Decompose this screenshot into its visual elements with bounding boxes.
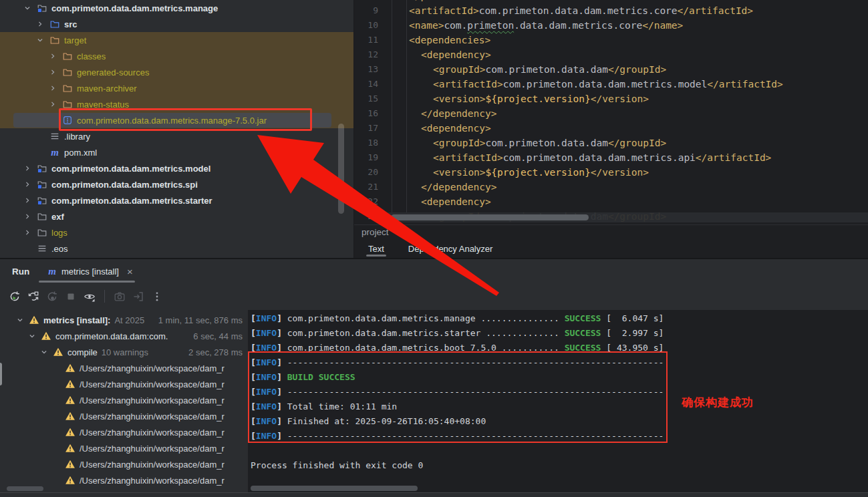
chevron-icon[interactable] xyxy=(33,19,47,29)
run-tree-row[interactable]: /Users/zhanghuixin/workspace/dam_r xyxy=(0,376,247,392)
chevron-icon[interactable] xyxy=(20,180,35,189)
toolwindow-stripe-indicator xyxy=(0,363,2,385)
chevron-icon[interactable] xyxy=(33,35,47,45)
project-tree-row[interactable]: com.primeton.data.dam.metrics.manage-7.5… xyxy=(0,112,353,128)
chevron-icon[interactable] xyxy=(20,3,35,13)
run-tree-row[interactable]: /Users/zhanghuixin/workspace/dam_r xyxy=(0,424,247,440)
tree-item-label: .eos xyxy=(49,244,68,254)
active-tab-underline xyxy=(39,281,135,283)
breadcrumb[interactable]: project xyxy=(354,224,868,239)
run-node-label: compile xyxy=(65,347,98,357)
code-line: 16</dependency> xyxy=(354,106,868,121)
warning-icon xyxy=(63,379,78,389)
project-tree-row[interactable]: com.primeton.data.dam.metrics.starter xyxy=(0,192,353,208)
close-icon[interactable]: × xyxy=(127,266,133,277)
editor-hscrollbar-thumb[interactable] xyxy=(391,214,589,220)
code-text: <artifactId>com.primeton.data.dam.metric… xyxy=(433,150,771,165)
tree-item-label: maven-archiver xyxy=(75,84,137,94)
console-line: [INFO] ---------------------------------… xyxy=(251,385,868,399)
tree-item-label: .library xyxy=(62,132,90,142)
tab-dependency-analyzer[interactable]: Dependency Analyzer xyxy=(401,239,500,258)
run-console: [INFO] com.primeton.data.dam.metrics.man… xyxy=(248,310,868,497)
file-lines-icon xyxy=(35,243,49,254)
console-hscrollbar-thumb[interactable] xyxy=(251,486,418,491)
run-tree-row[interactable]: /Users/zhanghuixin/workspace/dam_r xyxy=(0,360,247,376)
run-tree-hscrollbar-thumb[interactable] xyxy=(7,486,43,491)
resume-button[interactable] xyxy=(45,290,59,303)
project-tree-row[interactable]: com.primeton.data.dam.metrics.spi xyxy=(0,176,353,192)
project-tree-row[interactable]: maven-archiver xyxy=(0,80,353,96)
stop-button[interactable] xyxy=(64,290,78,303)
tree-item-label: pom.xml xyxy=(62,148,97,158)
console-line: [INFO] ---------------------------------… xyxy=(251,429,868,444)
warning-icon xyxy=(63,363,78,373)
run-node-label: com.primeton.data.dam:com. xyxy=(53,331,168,341)
editor-panel[interactable]: 8</parent>9<artifactId>com.primeton.data… xyxy=(354,0,868,224)
tree-item-label: maven-status xyxy=(75,100,129,110)
chevron-icon[interactable] xyxy=(45,51,60,61)
run-node-duration: 2 sec, 278 ms xyxy=(183,347,243,357)
tab-text[interactable]: Text xyxy=(361,239,392,258)
run-tab-label: metrics [install] xyxy=(61,267,119,277)
code-line: 15<version>${project.version}</version> xyxy=(354,92,868,106)
module-icon xyxy=(35,179,49,190)
run-tool-window: Run m metrics [install] × metrics [insta… xyxy=(0,258,868,497)
chevron-icon[interactable] xyxy=(20,196,35,205)
project-tree-vscrollbar-thumb[interactable] xyxy=(338,124,344,214)
run-tree-row[interactable]: /Users/zhanghuixin/workspace/dam_r xyxy=(0,408,247,424)
chevron-icon[interactable] xyxy=(20,212,35,221)
breadcrumb-tag[interactable]: project xyxy=(361,227,389,237)
run-tree-row[interactable]: /Users/zhanghuixin/workspace/dam_r xyxy=(0,440,247,456)
run-tree-row[interactable]: /Users/zhanghuixin/workspace/dam_r xyxy=(0,392,247,408)
chevron-icon[interactable] xyxy=(45,100,60,109)
folder-icon xyxy=(35,211,49,222)
project-tree-row[interactable]: classes xyxy=(0,48,353,64)
warning-icon xyxy=(63,459,78,470)
warning-icon xyxy=(39,331,53,341)
project-tree-row[interactable]: maven-status xyxy=(0,96,353,112)
line-number: 19 xyxy=(354,150,378,165)
chevron-icon[interactable] xyxy=(20,228,35,237)
preview-button[interactable] xyxy=(83,290,96,303)
run-tree-row[interactable]: com.primeton.data.dam:com.6 sec, 44 ms xyxy=(0,328,247,344)
project-tree-row[interactable]: src xyxy=(0,16,353,32)
code-text: <groupId>com.primeton.data.dam</groupId> xyxy=(433,136,666,150)
run-tree-row[interactable]: /Users/zhanghuixin/workspace/dam_r xyxy=(0,456,247,472)
more-options-button[interactable] xyxy=(150,290,164,303)
code-text: <dependency> xyxy=(421,194,491,209)
project-tree-row[interactable]: target xyxy=(0,32,353,48)
chevron-icon[interactable] xyxy=(13,315,27,325)
run-tab-metrics-install[interactable]: m metrics [install] × xyxy=(48,266,132,277)
project-tree-row[interactable]: .library xyxy=(0,128,353,144)
chevron-icon[interactable] xyxy=(25,331,39,341)
editor-hscrollbar[interactable] xyxy=(384,212,868,222)
code-text: <version>${project.version}</version> xyxy=(433,92,649,106)
screenshot-button[interactable] xyxy=(113,290,126,303)
project-tree-row[interactable]: exf xyxy=(0,208,353,224)
chevron-icon[interactable] xyxy=(45,84,60,93)
tree-item-label: generated-sources xyxy=(75,67,149,77)
project-tree-row[interactable]: com.primeton.data.dam.metrics.manage xyxy=(0,0,353,16)
project-tree-row[interactable]: generated-sources xyxy=(0,64,353,80)
run-tree-row[interactable]: metrics [install]:At 20251 min, 11 sec, … xyxy=(0,312,247,328)
project-tree-row[interactable]: logs xyxy=(0,224,353,240)
chevron-icon[interactable] xyxy=(37,347,51,357)
rerun-with-button[interactable] xyxy=(27,290,40,303)
folder-orange-icon xyxy=(60,83,75,94)
project-tree-row[interactable]: .eos xyxy=(0,240,353,257)
bottom-edge xyxy=(0,492,868,497)
chevron-icon[interactable] xyxy=(45,67,60,77)
project-tree-row[interactable]: com.primeton.data.dam.metrics.model xyxy=(0,160,353,176)
line-number: 10 xyxy=(354,18,378,33)
project-tree-row[interactable]: mpom.xml xyxy=(0,144,353,160)
import-test-results-button[interactable] xyxy=(132,290,145,303)
rerun-button[interactable] xyxy=(8,290,21,303)
run-tree-row[interactable]: compile10 warnings2 sec, 278 ms xyxy=(0,344,247,360)
run-tree-row[interactable]: /Users/zhanghuixin/workspace/dam_r xyxy=(0,472,247,487)
console-line: [INFO] com.primeton.data.dam.metrics.boo… xyxy=(251,341,868,355)
chevron-icon[interactable] xyxy=(20,164,35,173)
run-node-label: /Users/zhanghuixin/workspace/dam_r xyxy=(78,411,225,422)
tree-item-label: com.primeton.data.dam.metrics.manage-7.5… xyxy=(75,116,267,126)
code-line: 22<dependency> xyxy=(354,194,868,209)
code-line: 18<groupId>com.primeton.data.dam</groupI… xyxy=(354,136,868,150)
